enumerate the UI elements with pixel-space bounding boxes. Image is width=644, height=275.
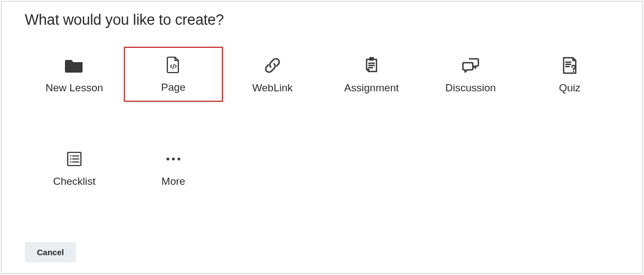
create-dialog: What would you like to create? New Lesso… <box>1 1 643 274</box>
svg-point-8 <box>70 155 72 157</box>
svg-point-15 <box>172 157 174 160</box>
option-label: More <box>161 175 185 188</box>
create-options-grid: New Lesson Page <box>25 47 619 196</box>
option-checklist[interactable]: Checklist <box>25 141 124 196</box>
option-label: Discussion <box>445 82 496 94</box>
cancel-button[interactable]: Cancel <box>25 242 76 262</box>
option-more[interactable]: More <box>124 141 223 196</box>
option-label: Quiz <box>559 82 580 94</box>
dialog-footer: Cancel <box>25 242 76 262</box>
discussion-icon <box>461 56 481 75</box>
option-page[interactable]: Page <box>124 47 223 102</box>
option-label: WebLink <box>252 82 293 94</box>
folder-icon <box>64 56 84 75</box>
option-discussion[interactable]: Discussion <box>421 47 520 102</box>
svg-point-12 <box>70 161 72 163</box>
link-icon <box>263 56 282 75</box>
option-assignment[interactable]: Assignment <box>322 47 421 102</box>
quiz-icon <box>561 56 578 75</box>
option-quiz[interactable]: Quiz <box>520 47 619 102</box>
option-weblink[interactable]: WebLink <box>223 47 322 102</box>
svg-point-6 <box>573 71 574 72</box>
option-label: Checklist <box>53 175 95 188</box>
assignment-icon <box>364 56 379 75</box>
more-icon <box>165 149 182 169</box>
option-label: Page <box>161 81 185 94</box>
option-label: Assignment <box>344 82 399 94</box>
checklist-icon <box>66 149 83 169</box>
option-new-lesson[interactable]: New Lesson <box>25 47 124 102</box>
svg-point-14 <box>166 157 169 160</box>
dialog-heading: What would you like to create? <box>25 12 619 29</box>
svg-point-10 <box>70 158 72 160</box>
page-code-icon <box>166 55 181 75</box>
option-label: New Lesson <box>46 82 103 94</box>
svg-point-16 <box>177 157 180 160</box>
